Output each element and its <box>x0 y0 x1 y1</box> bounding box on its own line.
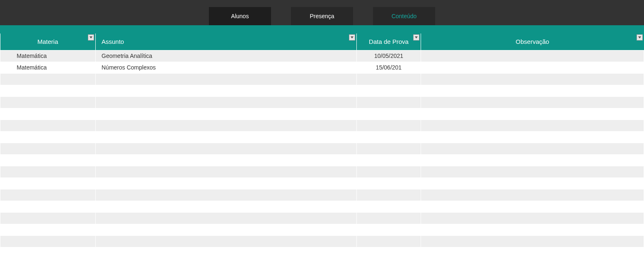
cell-observacao[interactable] <box>421 73 644 85</box>
cell-materia[interactable] <box>0 85 96 96</box>
cell-materia[interactable] <box>0 247 96 259</box>
cell-assunto[interactable] <box>96 143 357 154</box>
cell-materia[interactable]: Matemática <box>0 50 96 62</box>
cell-assunto[interactable] <box>96 73 357 85</box>
cell-observacao[interactable] <box>421 189 644 201</box>
table-row[interactable] <box>0 85 644 96</box>
table-row[interactable] <box>0 212 644 224</box>
cell-assunto[interactable] <box>96 154 357 166</box>
cell-data-prova[interactable] <box>357 73 421 85</box>
cell-materia[interactable] <box>0 212 96 224</box>
cell-materia[interactable] <box>0 189 96 201</box>
table-row[interactable] <box>0 108 644 120</box>
cell-observacao[interactable] <box>421 96 644 108</box>
column-header-materia[interactable]: Materia <box>0 34 96 50</box>
cell-data-prova[interactable] <box>357 120 421 131</box>
table-row[interactable] <box>0 143 644 154</box>
cell-observacao[interactable] <box>421 85 644 96</box>
cell-assunto[interactable]: Geometria Analítica <box>96 50 357 62</box>
cell-assunto[interactable] <box>96 189 357 201</box>
cell-assunto[interactable] <box>96 224 357 235</box>
cell-observacao[interactable] <box>421 154 644 166</box>
cell-assunto[interactable] <box>96 212 357 224</box>
cell-materia[interactable]: Matemática <box>0 62 96 73</box>
tab-alunos[interactable]: Alunos <box>209 7 271 25</box>
column-header-assunto[interactable]: Assunto <box>96 34 357 50</box>
cell-observacao[interactable] <box>421 131 644 143</box>
column-header-data-prova[interactable]: Data de Prova <box>357 34 421 50</box>
cell-observacao[interactable] <box>421 166 644 177</box>
cell-data-prova[interactable] <box>357 96 421 108</box>
cell-assunto[interactable] <box>96 201 357 212</box>
cell-data-prova[interactable] <box>357 85 421 96</box>
cell-assunto[interactable] <box>96 131 357 143</box>
cell-observacao[interactable] <box>421 62 644 73</box>
cell-data-prova[interactable] <box>357 143 421 154</box>
table-row[interactable] <box>0 201 644 212</box>
cell-data-prova[interactable] <box>357 189 421 201</box>
cell-materia[interactable] <box>0 224 96 235</box>
cell-materia[interactable] <box>0 177 96 189</box>
table-row[interactable]: MatemáticaNúmeros Complexos15/06/201 <box>0 62 644 73</box>
cell-data-prova[interactable] <box>357 247 421 259</box>
cell-materia[interactable] <box>0 73 96 85</box>
table-row[interactable] <box>0 131 644 143</box>
cell-assunto[interactable] <box>96 235 357 247</box>
cell-assunto[interactable] <box>96 247 357 259</box>
cell-assunto[interactable] <box>96 108 357 120</box>
cell-materia[interactable] <box>0 143 96 154</box>
table-row[interactable] <box>0 247 644 259</box>
cell-observacao[interactable] <box>421 108 644 120</box>
cell-observacao[interactable] <box>421 201 644 212</box>
cell-observacao[interactable] <box>421 235 644 247</box>
filter-dropdown-icon[interactable] <box>413 34 419 41</box>
cell-assunto[interactable] <box>96 96 357 108</box>
cell-data-prova[interactable] <box>357 235 421 247</box>
cell-assunto[interactable] <box>96 120 357 131</box>
tab-presenca[interactable]: Presença <box>291 7 353 25</box>
column-header-observacao[interactable]: Observação <box>421 34 644 50</box>
cell-data-prova[interactable] <box>357 201 421 212</box>
cell-assunto[interactable] <box>96 166 357 177</box>
cell-data-prova[interactable] <box>357 131 421 143</box>
cell-materia[interactable] <box>0 96 96 108</box>
cell-data-prova[interactable]: 10/05/2021 <box>357 50 421 62</box>
cell-data-prova[interactable] <box>357 177 421 189</box>
cell-observacao[interactable] <box>421 143 644 154</box>
cell-observacao[interactable] <box>421 224 644 235</box>
cell-assunto[interactable]: Números Complexos <box>96 62 357 73</box>
filter-dropdown-icon[interactable] <box>349 34 355 41</box>
cell-data-prova[interactable] <box>357 108 421 120</box>
cell-materia[interactable] <box>0 201 96 212</box>
cell-assunto[interactable] <box>96 177 357 189</box>
cell-materia[interactable] <box>0 154 96 166</box>
cell-materia[interactable] <box>0 131 96 143</box>
cell-assunto[interactable] <box>96 85 357 96</box>
filter-dropdown-icon[interactable] <box>88 34 94 41</box>
table-row[interactable] <box>0 96 644 108</box>
cell-data-prova[interactable] <box>357 166 421 177</box>
cell-observacao[interactable] <box>421 212 644 224</box>
table-row[interactable] <box>0 154 644 166</box>
table-row[interactable] <box>0 189 644 201</box>
cell-observacao[interactable] <box>421 247 644 259</box>
cell-observacao[interactable] <box>421 120 644 131</box>
cell-materia[interactable] <box>0 235 96 247</box>
filter-dropdown-icon[interactable] <box>637 34 643 41</box>
table-row[interactable] <box>0 73 644 85</box>
table-row[interactable] <box>0 224 644 235</box>
cell-materia[interactable] <box>0 108 96 120</box>
cell-observacao[interactable] <box>421 50 644 62</box>
table-row[interactable] <box>0 235 644 247</box>
cell-materia[interactable] <box>0 120 96 131</box>
tab-conteudo[interactable]: Conteúdo <box>373 7 435 25</box>
cell-materia[interactable] <box>0 166 96 177</box>
table-row[interactable] <box>0 177 644 189</box>
cell-data-prova[interactable] <box>357 212 421 224</box>
table-row[interactable] <box>0 120 644 131</box>
cell-data-prova[interactable] <box>357 224 421 235</box>
cell-data-prova[interactable]: 15/06/201 <box>357 62 421 73</box>
cell-data-prova[interactable] <box>357 154 421 166</box>
table-row[interactable]: MatemáticaGeometria Analítica10/05/2021 <box>0 50 644 62</box>
table-row[interactable] <box>0 166 644 177</box>
